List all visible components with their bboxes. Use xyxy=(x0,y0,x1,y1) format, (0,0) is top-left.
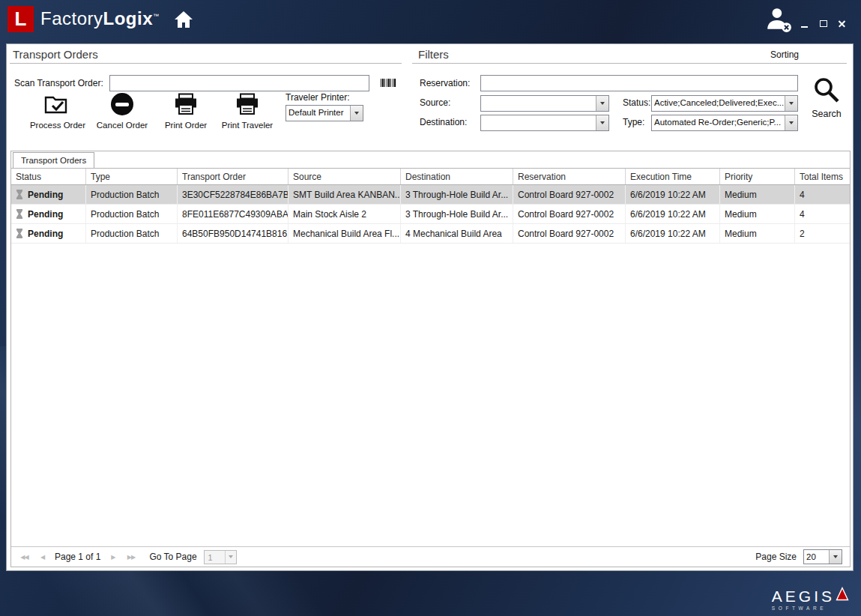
table-row[interactable]: Pending Production Batch 64B50FB950D1474… xyxy=(11,224,850,244)
first-page-icon[interactable]: ◀◀ xyxy=(19,552,30,562)
transport-orders-group-title: Transport Orders xyxy=(13,48,98,61)
print-order-button[interactable]: Print Order xyxy=(160,91,212,130)
destination-cell: 4 Mechanical Build Area xyxy=(401,224,513,243)
source-dropdown[interactable] xyxy=(480,95,609,112)
barcode-icon xyxy=(381,79,396,87)
close-button[interactable] xyxy=(837,19,848,28)
aegis-triangle-icon xyxy=(836,587,849,604)
execution-time-cell: 6/6/2019 10:22 AM xyxy=(626,224,720,243)
home-icon[interactable] xyxy=(174,10,193,31)
cancel-order-icon xyxy=(111,91,133,118)
factorylogix-logo: L xyxy=(7,6,34,32)
type-dropdown[interactable]: Automated Re-Order;Generic;P... xyxy=(651,115,798,131)
type-label: Type: xyxy=(623,117,644,127)
total-items-cell: 4 xyxy=(795,205,850,223)
search-icon xyxy=(812,76,841,107)
sorting-label[interactable]: Sorting xyxy=(770,49,799,60)
type-cell: Production Batch xyxy=(86,205,178,223)
table-row[interactable]: Pending Production Batch 8FE011E6877C493… xyxy=(11,205,850,224)
chevron-down-icon xyxy=(785,115,797,130)
aegis-brand-text: AEGIS xyxy=(772,588,835,604)
print-traveler-button[interactable]: Print Traveler xyxy=(214,91,280,130)
source-value xyxy=(481,96,596,111)
group-divider xyxy=(10,63,402,64)
column-header-execution-time[interactable]: Execution Time xyxy=(626,169,720,184)
total-items-cell: 4 xyxy=(795,185,850,204)
priority-cell: Medium xyxy=(720,224,795,243)
process-order-button[interactable]: Process Order xyxy=(23,91,92,130)
printer-icon xyxy=(174,91,198,118)
execution-time-cell: 6/6/2019 10:22 AM xyxy=(626,185,720,204)
column-header-reservation[interactable]: Reservation xyxy=(513,169,626,184)
chevron-down-icon xyxy=(596,96,608,111)
column-header-type[interactable]: Type xyxy=(86,169,178,184)
scan-transport-order-label: Scan Transport Order: xyxy=(14,78,103,88)
maximize-button[interactable] xyxy=(818,19,829,28)
traveler-printer-dropdown[interactable]: Default Printer xyxy=(286,105,363,121)
group-divider xyxy=(412,63,847,64)
type-cell: Production Batch xyxy=(86,185,178,204)
hourglass-icon xyxy=(16,209,23,219)
scan-transport-order-input[interactable] xyxy=(109,75,369,91)
destination-cell: 3 Through-Hole Build Ar... xyxy=(401,185,513,204)
reservation-label: Reservation: xyxy=(420,78,470,88)
process-order-label: Process Order xyxy=(30,121,85,130)
aegis-logo: AEGIS SOFTWARE xyxy=(772,587,849,611)
app-title: FactoryLogix™ xyxy=(40,8,160,29)
filters-group-title: Filters xyxy=(418,48,449,61)
main-panel: Transport Orders Scan Transport Order: P… xyxy=(6,43,854,571)
column-header-total-items[interactable]: Total Items xyxy=(795,169,850,184)
brand-trademark: ™ xyxy=(153,13,160,19)
execution-time-cell: 6/6/2019 10:22 AM xyxy=(626,205,720,223)
destination-dropdown[interactable] xyxy=(480,115,609,131)
page-indicator: Page 1 of 1 xyxy=(55,552,100,562)
reservation-cell: Control Board 927-0002 xyxy=(513,224,626,243)
source-label: Source: xyxy=(420,97,450,108)
user-logout-icon[interactable] xyxy=(765,7,792,35)
titlebar: L FactoryLogix™ xyxy=(0,0,861,39)
reservation-cell: Control Board 927-0002 xyxy=(513,205,626,223)
reservation-input[interactable] xyxy=(480,75,798,91)
destination-value xyxy=(481,115,596,130)
go-to-page-label: Go To Page xyxy=(149,552,196,562)
column-header-destination[interactable]: Destination xyxy=(401,169,513,184)
transport-order-cell: 64B50FB950D14741B816... xyxy=(178,224,288,243)
cancel-order-button[interactable]: Cancel Order xyxy=(91,91,154,130)
traveler-printer-value: Default Printer xyxy=(286,106,350,121)
column-header-status[interactable]: Status xyxy=(11,169,86,184)
transport-orders-grid: Transport Orders Status Type Transport O… xyxy=(10,151,851,567)
source-cell: SMT Build Area KANBAN... xyxy=(288,185,401,204)
brand-logix: Logix xyxy=(103,8,154,28)
table-row[interactable]: Pending Production Batch 3E30CF5228784E8… xyxy=(11,185,850,205)
brand-factory: Factory xyxy=(40,8,103,28)
destination-label: Destination: xyxy=(420,117,467,127)
status-cell: Pending xyxy=(11,224,86,243)
previous-page-icon[interactable]: ◀ xyxy=(37,552,48,562)
search-button[interactable]: Search xyxy=(806,76,848,119)
priority-cell: Medium xyxy=(720,185,795,204)
column-header-priority[interactable]: Priority xyxy=(720,169,795,184)
next-page-icon[interactable]: ▶ xyxy=(107,552,118,562)
minimize-button[interactable] xyxy=(800,19,810,28)
grid-tab-strip: Transport Orders xyxy=(11,151,850,169)
go-to-page-input[interactable]: 1 xyxy=(204,550,237,564)
cancel-order-label: Cancel Order xyxy=(97,121,148,130)
last-page-icon[interactable]: ▶▶ xyxy=(125,552,136,562)
process-order-icon xyxy=(44,91,71,118)
hourglass-icon xyxy=(16,190,23,199)
column-header-transport-order[interactable]: Transport Order xyxy=(178,169,288,184)
page-size-dropdown[interactable]: 20 xyxy=(803,549,842,564)
tab-transport-orders[interactable]: Transport Orders xyxy=(13,152,94,168)
app-window: L FactoryLogix™ Transport Orders Scan Tr… xyxy=(0,0,861,616)
hourglass-icon xyxy=(16,229,23,238)
page-size-label: Page Size xyxy=(755,552,797,562)
total-items-cell: 2 xyxy=(795,224,850,243)
window-controls xyxy=(800,19,848,28)
logo-letter: L xyxy=(15,7,27,31)
column-header-source[interactable]: Source xyxy=(288,169,401,184)
status-dropdown[interactable]: Active;Canceled;Delivered;Exec... xyxy=(651,95,798,112)
destination-cell: 3 Through-Hole Build Ar... xyxy=(401,205,513,223)
chevron-down-icon xyxy=(829,550,842,564)
status-cell: Pending xyxy=(11,205,86,223)
transport-order-cell: 3E30CF5228784E86BA7B... xyxy=(178,185,288,204)
